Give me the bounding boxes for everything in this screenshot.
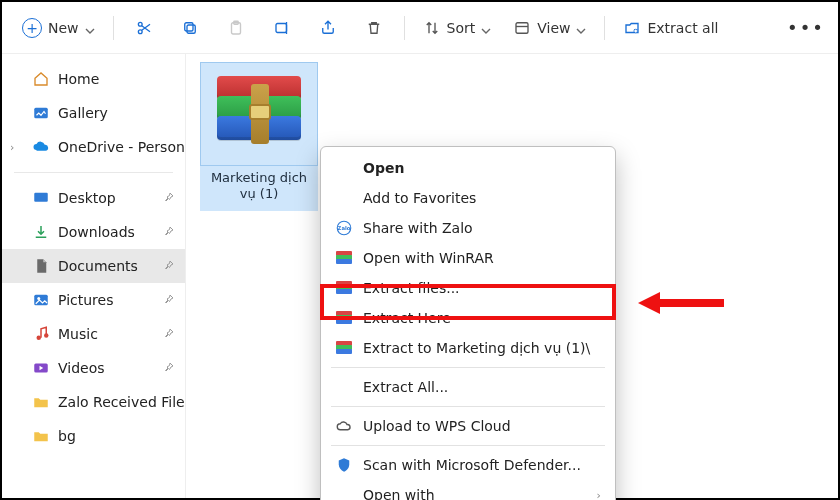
extract-all-label: Extract all bbox=[647, 20, 718, 36]
winrar-icon bbox=[217, 76, 301, 152]
ctx-add-favorites[interactable]: Add to Favorites bbox=[321, 183, 615, 213]
downloads-icon bbox=[32, 223, 50, 241]
chevron-down-icon bbox=[576, 23, 586, 33]
svg-point-0 bbox=[138, 29, 142, 33]
extract-all-button[interactable]: Extract all bbox=[615, 10, 726, 46]
pin-icon bbox=[163, 292, 175, 308]
chevron-down-icon bbox=[481, 23, 491, 33]
ctx-label: Add to Favorites bbox=[363, 190, 601, 206]
pictures-icon bbox=[32, 291, 50, 309]
ctx-label: Open with WinRAR bbox=[363, 250, 601, 266]
documents-icon bbox=[32, 257, 50, 275]
new-button[interactable]: + New bbox=[14, 10, 103, 46]
ctx-extract-files[interactable]: Extract files... bbox=[321, 273, 615, 303]
context-menu: Open Add to Favorites ZaloShare with Zal… bbox=[320, 146, 616, 500]
ctx-extract-here[interactable]: Extract Here bbox=[321, 303, 615, 333]
svg-rect-3 bbox=[184, 22, 192, 30]
svg-rect-6 bbox=[276, 23, 287, 32]
sort-button[interactable]: Sort bbox=[415, 10, 500, 46]
sort-icon bbox=[423, 19, 441, 37]
pin-icon bbox=[163, 258, 175, 274]
delete-button[interactable] bbox=[354, 10, 394, 46]
sidebar-item-label: Zalo Received Files bbox=[58, 394, 186, 410]
sidebar-item-desktop[interactable]: Desktop bbox=[2, 181, 185, 215]
svg-rect-10 bbox=[34, 193, 48, 202]
sidebar-item-videos[interactable]: Videos bbox=[2, 351, 185, 385]
rename-icon bbox=[273, 19, 291, 37]
ctx-share-zalo[interactable]: ZaloShare with Zalo bbox=[321, 213, 615, 243]
plus-circle-icon: + bbox=[22, 18, 42, 38]
ctx-open-winrar[interactable]: Open with WinRAR bbox=[321, 243, 615, 273]
sidebar-item-label: Documents bbox=[58, 258, 138, 274]
share-button[interactable] bbox=[308, 10, 348, 46]
ctx-label: Share with Zalo bbox=[363, 220, 601, 236]
ctx-extract-to[interactable]: Extract to Marketing dịch vụ (1)\ bbox=[321, 333, 615, 363]
pin-icon bbox=[163, 224, 175, 240]
sidebar-item-label: Desktop bbox=[58, 190, 116, 206]
ellipsis-icon: ••• bbox=[787, 17, 825, 38]
sidebar-item-label: Pictures bbox=[58, 292, 113, 308]
ctx-defender[interactable]: Scan with Microsoft Defender... bbox=[321, 450, 615, 480]
ctx-open[interactable]: Open bbox=[321, 153, 615, 183]
sidebar-item-documents[interactable]: Documents bbox=[2, 249, 185, 283]
copy-icon bbox=[181, 19, 199, 37]
ctx-upload-wps[interactable]: Upload to WPS Cloud bbox=[321, 411, 615, 441]
folder-icon bbox=[32, 393, 50, 411]
separator bbox=[404, 16, 405, 40]
file-item[interactable]: Marketing dịch vụ (1) bbox=[200, 62, 318, 211]
sidebar-item-zalo[interactable]: Zalo Received Files bbox=[2, 385, 185, 419]
ctx-label: Scan with Microsoft Defender... bbox=[363, 457, 601, 473]
desktop-icon bbox=[32, 189, 50, 207]
svg-point-14 bbox=[44, 333, 49, 338]
copy-button[interactable] bbox=[170, 10, 210, 46]
file-thumbnail bbox=[200, 62, 318, 166]
view-button[interactable]: View bbox=[505, 10, 594, 46]
svg-point-1 bbox=[138, 22, 142, 26]
ctx-extract-all[interactable]: Extract All... bbox=[321, 372, 615, 402]
annotation-arrow bbox=[638, 292, 724, 314]
winrar-icon bbox=[335, 249, 353, 267]
new-label: New bbox=[48, 20, 79, 36]
winrar-icon bbox=[335, 309, 353, 327]
more-button[interactable]: ••• bbox=[786, 10, 826, 46]
sidebar-divider bbox=[14, 172, 173, 173]
ctx-open-with[interactable]: Open with› bbox=[321, 480, 615, 500]
pin-icon bbox=[163, 360, 175, 376]
paste-button[interactable] bbox=[216, 10, 256, 46]
home-icon bbox=[32, 70, 50, 88]
ctx-label: Upload to WPS Cloud bbox=[363, 418, 601, 434]
sidebar-item-onedrive[interactable]: › OneDrive - Persona bbox=[2, 130, 185, 164]
sidebar-item-label: Gallery bbox=[58, 105, 108, 121]
sidebar-item-bg[interactable]: bg bbox=[2, 419, 185, 453]
view-icon bbox=[513, 19, 531, 37]
ctx-separator bbox=[331, 445, 605, 446]
zalo-icon: Zalo bbox=[335, 219, 353, 237]
shield-icon bbox=[335, 456, 353, 474]
chevron-right-icon[interactable]: › bbox=[10, 141, 14, 154]
cloud-icon bbox=[335, 417, 353, 435]
music-icon bbox=[32, 325, 50, 343]
cut-button[interactable] bbox=[124, 10, 164, 46]
sidebar-item-downloads[interactable]: Downloads bbox=[2, 215, 185, 249]
toolbar: + New Sort View Extract all ••• bbox=[2, 2, 838, 54]
sidebar-item-label: Home bbox=[58, 71, 99, 87]
separator bbox=[604, 16, 605, 40]
chevron-right-icon: › bbox=[597, 489, 601, 501]
view-label: View bbox=[537, 20, 570, 36]
videos-icon bbox=[32, 359, 50, 377]
folder-icon bbox=[32, 427, 50, 445]
sidebar-item-pictures[interactable]: Pictures bbox=[2, 283, 185, 317]
sidebar-item-label: Music bbox=[58, 326, 98, 342]
sidebar-item-label: Videos bbox=[58, 360, 105, 376]
sidebar-item-home[interactable]: Home bbox=[2, 62, 185, 96]
winrar-icon bbox=[335, 279, 353, 297]
ctx-separator bbox=[331, 367, 605, 368]
trash-icon bbox=[365, 19, 383, 37]
ctx-label: Extract All... bbox=[363, 379, 601, 395]
ctx-separator bbox=[331, 406, 605, 407]
sidebar-item-music[interactable]: Music bbox=[2, 317, 185, 351]
rename-button[interactable] bbox=[262, 10, 302, 46]
sidebar-item-label: bg bbox=[58, 428, 76, 444]
sidebar-item-gallery[interactable]: Gallery bbox=[2, 96, 185, 130]
separator bbox=[113, 16, 114, 40]
